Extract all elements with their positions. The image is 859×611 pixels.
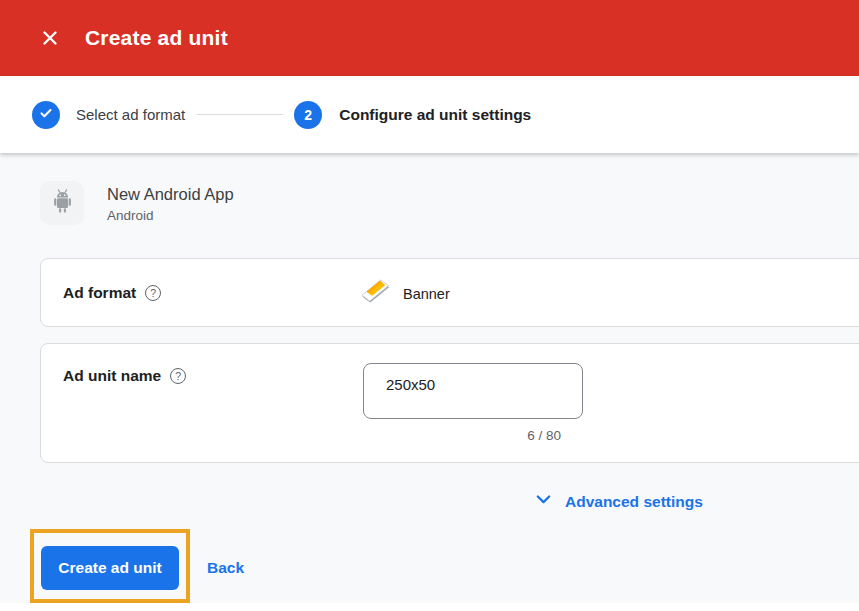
- advanced-settings-label: Advanced settings: [565, 493, 703, 511]
- close-icon[interactable]: [38, 26, 62, 50]
- ad-unit-name-input[interactable]: [363, 363, 583, 419]
- app-name: New Android App: [107, 185, 234, 204]
- app-platform: Android: [107, 208, 154, 223]
- banner-ad-icon: [359, 277, 392, 310]
- android-robot-icon: [49, 187, 76, 219]
- dialog-header: Create ad unit: [0, 0, 859, 76]
- back-link[interactable]: Back: [207, 546, 244, 590]
- ad-format-label: Ad format: [63, 284, 136, 302]
- app-icon: [40, 181, 84, 225]
- ad-unit-name-card: Ad unit name ? 6 / 80: [40, 343, 859, 463]
- step-2-circle[interactable]: 2: [294, 101, 322, 129]
- chevron-down-icon: [533, 489, 554, 514]
- step-1-completed-circle[interactable]: [32, 101, 60, 129]
- step-2-label: Configure ad unit settings: [339, 106, 531, 124]
- char-counter: 6 / 80: [363, 428, 561, 443]
- help-icon[interactable]: ?: [170, 368, 186, 384]
- step-2-number: 2: [304, 107, 312, 123]
- step-1-label: Select ad format: [76, 106, 185, 123]
- stepper: Select ad format 2 Configure ad unit set…: [0, 76, 859, 153]
- content-area: New Android App Android Ad format ? Bann…: [0, 153, 859, 603]
- create-ad-unit-button[interactable]: Create ad unit: [41, 546, 179, 590]
- ad-format-label-row: Ad format ?: [63, 284, 161, 302]
- help-icon[interactable]: ?: [145, 285, 161, 301]
- checkmark-icon: [37, 104, 55, 126]
- ad-unit-name-label-row: Ad unit name ?: [63, 367, 186, 385]
- ad-format-value-text: Banner: [403, 286, 450, 302]
- dialog-title: Create ad unit: [85, 26, 228, 50]
- stepper-connector: [197, 114, 283, 115]
- ad-unit-name-label: Ad unit name: [63, 367, 161, 385]
- ad-format-value: Banner: [359, 259, 450, 328]
- advanced-settings-toggle[interactable]: Advanced settings: [533, 489, 703, 514]
- ad-format-card: Ad format ? Banner: [40, 258, 859, 327]
